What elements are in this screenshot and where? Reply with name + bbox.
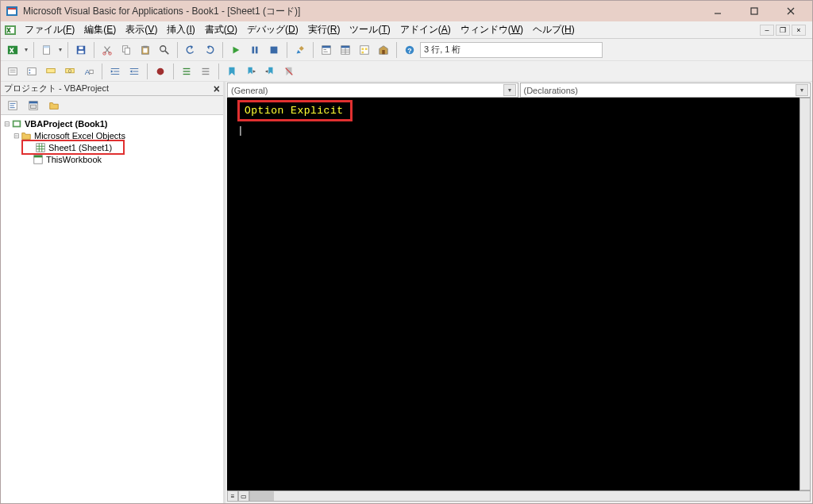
svg-rect-33 (341, 45, 350, 48)
svg-rect-2 (8, 8, 16, 10)
tree-item-thisworkbook[interactable]: ThisWorkbook (2, 153, 222, 165)
project-explorer-toolbar (1, 96, 223, 115)
svg-rect-54 (90, 70, 93, 73)
tree-project-root[interactable]: ⊟ VBAProject (Book1) (2, 117, 222, 129)
project-explorer-header: プロジェクト - VBAProject × (1, 82, 223, 96)
project-tree[interactable]: ⊟ VBAProject (Book1) ⊟ Microsoft Excel O… (1, 115, 223, 503)
code-line-1: Option Explicit (237, 100, 353, 121)
full-module-view-button[interactable]: ▭ (238, 491, 249, 502)
edit-toolbar: () A (1, 61, 812, 82)
view-excel-dropdown[interactable]: ▾ (23, 46, 29, 53)
toolbox-button[interactable] (375, 41, 392, 59)
procedure-dropdown[interactable]: (Declarations) ▾ (520, 83, 811, 98)
vertical-scrollbar[interactable] (800, 98, 811, 491)
bookmark-prev-button[interactable] (261, 63, 279, 80)
svg-rect-78 (37, 143, 45, 152)
find-button[interactable] (156, 41, 173, 59)
svg-rect-18 (125, 48, 129, 54)
properties-window-button[interactable] (337, 41, 354, 59)
reset-button[interactable] (265, 41, 283, 59)
svg-rect-50 (47, 68, 56, 72)
menu-addins[interactable]: アドイン(A) (395, 21, 456, 38)
code-dropdowns-row: (General) ▾ (Declarations) ▾ (225, 82, 812, 98)
svg-rect-4 (751, 8, 757, 14)
bookmark-clear-button[interactable] (280, 63, 298, 80)
list-properties-button[interactable] (4, 63, 21, 80)
menu-view[interactable]: 表示(V) (121, 21, 162, 38)
svg-rect-29 (322, 45, 331, 48)
mdi-restore-button[interactable]: ❐ (776, 25, 790, 36)
menu-insert[interactable]: 挿入(I) (162, 21, 199, 38)
menu-help[interactable]: ヘルプ(H) (528, 21, 580, 38)
copy-button[interactable] (118, 41, 135, 59)
vba-app-icon (6, 5, 18, 17)
svg-rect-21 (143, 45, 147, 48)
outdent-button[interactable] (125, 63, 143, 80)
procedure-view-button[interactable]: ≡ (227, 491, 238, 502)
indent-button[interactable] (106, 63, 124, 80)
undo-button[interactable] (182, 41, 199, 59)
svg-rect-38 (362, 48, 364, 50)
bookmark-toggle-button[interactable] (223, 63, 241, 80)
redo-button[interactable] (201, 41, 218, 59)
breakpoint-button[interactable] (152, 63, 169, 80)
horizontal-scrollbar[interactable] (249, 491, 811, 502)
view-excel-button[interactable] (4, 41, 21, 59)
list-constants-button[interactable] (23, 63, 40, 80)
svg-rect-40 (362, 51, 364, 53)
help-button[interactable]: ? (401, 41, 418, 59)
svg-rect-20 (143, 48, 147, 52)
window-titlebar: Microsoft Visual Basic for Applications … (1, 1, 812, 21)
svg-rect-47 (28, 67, 37, 75)
main-area: プロジェクト - VBAProject × ⊟ VBAProject (Book… (1, 82, 812, 503)
code-editor[interactable]: Option Explicit (227, 98, 800, 491)
tree-folder-excel-objects[interactable]: ⊟ Microsoft Excel Objects (2, 129, 222, 141)
window-close-button[interactable] (773, 1, 809, 21)
project-explorer-close-button[interactable]: × (214, 83, 220, 95)
insert-module-button[interactable] (38, 41, 56, 59)
parameter-info-button[interactable]: () (61, 63, 79, 80)
svg-rect-37 (360, 45, 369, 54)
quick-info-button[interactable] (42, 63, 60, 80)
view-object-button[interactable] (25, 98, 42, 113)
mdi-minimize-button[interactable]: – (760, 25, 774, 36)
menu-window[interactable]: ウィンドウ(W) (456, 21, 528, 38)
uncomment-block-button[interactable] (197, 63, 214, 80)
menu-debug[interactable]: デバッグ(D) (242, 21, 303, 38)
menu-tools[interactable]: ツール(T) (345, 21, 395, 38)
comment-block-button[interactable] (178, 63, 195, 80)
run-button[interactable] (227, 41, 245, 59)
break-button[interactable] (246, 41, 264, 59)
window-minimize-button[interactable] (699, 1, 736, 21)
project-explorer-button[interactable] (318, 41, 335, 59)
tree-folder-label: Microsoft Excel Objects (34, 131, 125, 140)
toggle-folders-button[interactable] (45, 98, 63, 113)
mdi-close-button[interactable]: × (792, 25, 806, 36)
svg-rect-27 (299, 45, 304, 50)
object-dropdown[interactable]: (General) ▾ (227, 83, 518, 98)
window-maximize-button[interactable] (736, 1, 773, 21)
svg-point-48 (29, 69, 31, 71)
design-mode-button[interactable] (291, 41, 309, 59)
svg-rect-75 (31, 105, 37, 108)
window-title: Microsoft Visual Basic for Applications … (23, 5, 699, 18)
paste-button[interactable] (137, 41, 154, 59)
menu-run[interactable]: 実行(R) (303, 21, 345, 38)
menu-file[interactable]: ファイル(F) (20, 21, 79, 38)
bookmark-next-button[interactable] (242, 63, 260, 80)
insert-module-dropdown[interactable]: ▾ (57, 46, 64, 53)
view-code-button[interactable] (4, 98, 21, 113)
chevron-down-icon: ▾ (503, 84, 516, 96)
object-dropdown-value: (General) (231, 86, 268, 95)
svg-rect-25 (256, 46, 258, 53)
menu-format[interactable]: 書式(O) (200, 21, 242, 38)
cut-button[interactable] (98, 41, 116, 59)
complete-word-button[interactable]: A (80, 63, 98, 80)
menu-edit[interactable]: 編集(E) (79, 21, 121, 38)
svg-rect-41 (382, 50, 385, 54)
save-button[interactable] (72, 41, 90, 59)
procedure-dropdown-value: (Declarations) (524, 86, 578, 95)
tree-sheet-label: Sheet1 (Sheet1) (48, 143, 112, 152)
menu-app-icon (4, 24, 17, 37)
object-browser-button[interactable] (356, 41, 373, 59)
